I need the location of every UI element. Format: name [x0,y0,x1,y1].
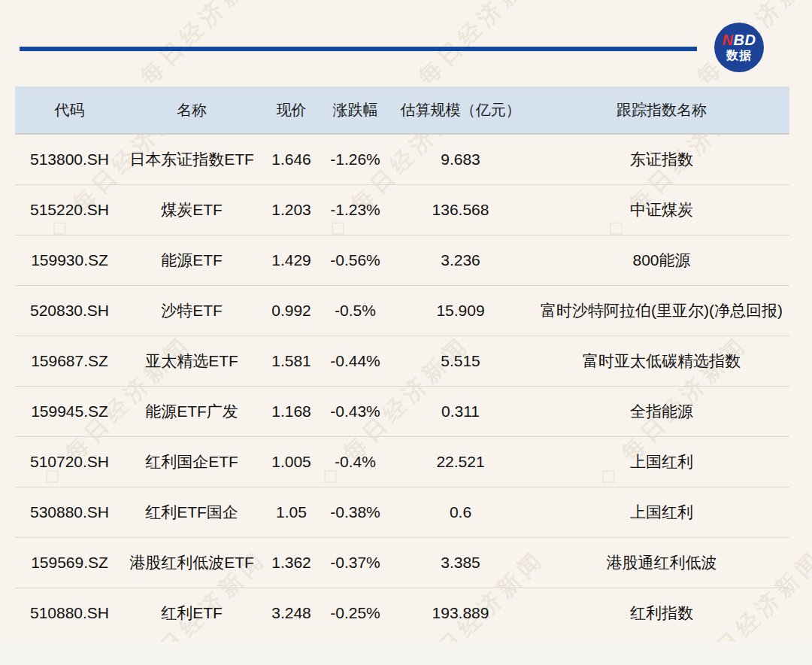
cell-price: 0.992 [259,286,323,336]
cell-change: -0.37% [323,538,387,588]
cell-scale: 3.236 [387,235,534,286]
table-row: 513800.SH日本东证指数ETF1.646-1.26%9.683东证指数 [15,134,789,185]
cell-scale: 0.6 [387,487,534,538]
nbd-logo-icon: NBD 数据 [714,23,764,72]
table-body: 513800.SH日本东证指数ETF1.646-1.26%9.683东证指数51… [15,134,789,638]
cell-code: 159687.SZ [15,336,124,387]
cell-change: -1.26% [323,134,387,185]
cell-price: 1.005 [259,437,323,487]
page: ◇ 每日经济新闻◇ 每日经济新闻◇ 每日经济新闻◇ 每日经济新闻◇ 每日经济新闻… [0,0,812,665]
table-row: 530880.SH红利ETF国企1.05-0.38%0.6上国红利 [15,487,789,538]
cell-index: 上国红利 [534,437,789,487]
table-row: 159687.SZ亚太精选ETF1.581-0.44%5.515富时亚太低碳精选… [15,336,789,387]
cell-index: 中证煤炭 [534,185,789,235]
cell-name: 能源ETF [124,235,259,286]
cell-index: 红利指数 [534,588,789,639]
table-row: 520830.SH沙特ETF0.992-0.5%15.909富时沙特阿拉伯(里亚… [15,286,789,336]
cell-change: -0.56% [323,235,387,286]
cell-code: 513800.SH [15,134,124,185]
footer-strip [0,642,812,665]
cell-index: 全指能源 [534,387,789,437]
cell-price: 1.05 [259,487,323,538]
column-header-code: 代码 [15,87,124,134]
cell-change: -0.25% [323,588,387,639]
cell-price: 3.248 [259,588,323,639]
table-row: 510720.SH红利国企ETF1.005-0.4%22.521上国红利 [15,437,789,487]
nbd-logo-letters-bd: BD [734,32,756,48]
cell-code: 159569.SZ [15,538,124,588]
column-header-change: 涨跌幅 [323,87,387,134]
table-row: 515220.SH煤炭ETF1.203-1.23%136.568中证煤炭 [15,185,789,235]
header-divider-line [20,47,697,51]
table-header-row: 代码名称现价涨跌幅估算规模（亿元）跟踪指数名称 [15,87,789,134]
column-header-name: 名称 [124,87,259,134]
cell-index: 富时亚太低碳精选指数 [534,336,789,387]
cell-price: 1.429 [259,235,323,286]
cell-code: 159945.SZ [15,387,124,437]
cell-index: 800能源 [534,235,789,286]
cell-change: -0.4% [323,437,387,487]
cell-index: 东证指数 [534,134,789,185]
cell-index: 上国红利 [534,487,789,538]
cell-code: 510880.SH [15,588,124,639]
table-row: 159930.SZ能源ETF1.429-0.56%3.236800能源 [15,235,789,286]
cell-scale: 22.521 [387,437,534,487]
cell-name: 红利国企ETF [124,437,259,487]
cell-code: 530880.SH [15,487,124,538]
cell-price: 1.581 [259,336,323,387]
cell-price: 1.362 [259,538,323,588]
cell-name: 港股红利低波ETF [124,538,259,588]
cell-code: 520830.SH [15,286,124,336]
cell-name: 沙特ETF [124,286,259,336]
column-header-scale: 估算规模（亿元） [387,87,534,134]
cell-scale: 9.683 [387,134,534,185]
cell-price: 1.168 [259,387,323,437]
cell-index: 港股通红利低波 [534,538,789,588]
etf-table: 代码名称现价涨跌幅估算规模（亿元）跟踪指数名称 513800.SH日本东证指数E… [15,87,789,638]
cell-scale: 5.515 [387,336,534,387]
cell-name: 红利ETF [124,588,259,639]
nbd-logo-text: NBD [723,32,756,48]
cell-code: 159930.SZ [15,235,124,286]
cell-name: 亚太精选ETF [124,336,259,387]
cell-price: 1.203 [259,185,323,235]
cell-name: 红利ETF国企 [124,487,259,538]
nbd-logo-subtext: 数据 [726,48,752,62]
table-row: 159569.SZ港股红利低波ETF1.362-0.37%3.385港股通红利低… [15,538,789,588]
cell-change: -0.44% [323,336,387,387]
cell-name: 日本东证指数ETF [124,134,259,185]
cell-code: 515220.SH [15,185,124,235]
cell-scale: 136.568 [387,185,534,235]
cell-scale: 15.909 [387,286,534,336]
column-header-index: 跟踪指数名称 [534,87,789,134]
cell-change: -0.5% [323,286,387,336]
table-row: 159945.SZ能源ETF广发1.168-0.43%0.311全指能源 [15,387,789,437]
column-header-price: 现价 [259,87,323,134]
nbd-logo-letter-n: N [723,32,734,48]
cell-scale: 0.311 [387,387,534,437]
cell-change: -0.43% [323,387,387,437]
cell-scale: 3.385 [387,538,534,588]
table-header: 代码名称现价涨跌幅估算规模（亿元）跟踪指数名称 [15,87,789,134]
cell-name: 煤炭ETF [124,185,259,235]
cell-index: 富时沙特阿拉伯(里亚尔)(净总回报) [534,286,789,336]
table-row: 510880.SH红利ETF3.248-0.25%193.889红利指数 [15,588,789,639]
cell-scale: 193.889 [387,588,534,639]
cell-name: 能源ETF广发 [124,387,259,437]
cell-price: 1.646 [259,134,323,185]
cell-change: -1.23% [323,185,387,235]
cell-change: -0.38% [323,487,387,538]
cell-code: 510720.SH [15,437,124,487]
